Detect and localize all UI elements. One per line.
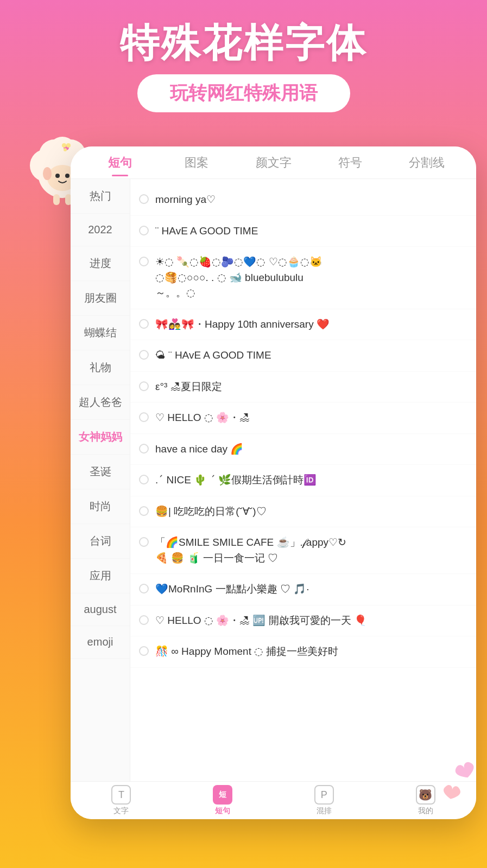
radio-dot xyxy=(139,381,149,391)
radio-dot xyxy=(139,319,149,329)
tab-bar: 短句 图案 颜文字 符号 分割线 xyxy=(71,146,476,179)
radio-dot xyxy=(139,257,149,266)
sidebar-item-台词[interactable]: 台词 xyxy=(71,524,130,559)
list-item[interactable]: ☀◌ 🍡◌🍓◌🫐◌💙◌ ♡◌🧁◌🐱◌🥞◌○○○. . ◌ 🐋 bluebulub… xyxy=(130,247,476,309)
list-text: ε°³ 🏖夏日限定 xyxy=(155,379,467,395)
tab-分割线[interactable]: 分割线 xyxy=(389,149,465,176)
radio-dot xyxy=(139,615,149,625)
list-item[interactable]: .ˊ NICE 🌵 ˊ 🌿假期生活倒計時🆔 xyxy=(130,465,476,496)
tab-短句[interactable]: 短句 xyxy=(81,149,158,176)
nav-icon-混排: P xyxy=(314,785,334,805)
nav-icon-我的: 🐻 xyxy=(416,785,435,805)
radio-dot xyxy=(139,350,149,360)
sidebar-item-朋友圈[interactable]: 朋友圈 xyxy=(71,281,130,316)
sidebar-item-2022[interactable]: 2022 xyxy=(71,214,130,246)
list-text: 🌤 ¨ HAvE A GOOD TIME xyxy=(155,348,467,363)
phone-container: 短句 图案 颜文字 符号 分割线 热门 2022 进度 朋友圈 蝴蝶结 礼物 超… xyxy=(71,146,476,819)
list-item[interactable]: 「🌈SMILE SMILE CAFE ☕」.𝒻appy♡↻🍕 🍔 🧃 一日一食一… xyxy=(130,527,476,574)
list-text: 「🌈SMILE SMILE CAFE ☕」.𝒻appy♡↻🍕 🍔 🧃 一日一食一… xyxy=(155,535,467,566)
nav-item-混排[interactable]: P 混排 xyxy=(314,785,334,816)
sidebar-item-蝴蝶结[interactable]: 蝴蝶结 xyxy=(71,316,130,350)
sidebar-item-热门[interactable]: 热门 xyxy=(71,179,130,214)
list-item[interactable]: ε°³ 🏖夏日限定 xyxy=(130,372,476,403)
deco-hearts xyxy=(438,757,482,814)
nav-label-我的: 我的 xyxy=(418,806,433,816)
phone-bottom-nav: T 文字 短 短句 P 混排 🐻 我的 xyxy=(71,781,476,819)
sidebar-item-超人爸爸[interactable]: 超人爸爸 xyxy=(71,385,130,420)
tab-符号[interactable]: 符号 xyxy=(312,149,388,176)
list-text: 💙MoRnInG 一點點小樂趣 ♡ 🎵· xyxy=(155,582,467,597)
sidebar-item-礼物[interactable]: 礼物 xyxy=(71,350,130,385)
content-area: 热门 2022 进度 朋友圈 蝴蝶结 礼物 超人爸爸 女神妈妈 圣诞 时尚 台词… xyxy=(71,179,476,781)
svg-point-14 xyxy=(64,148,67,151)
list-text: ♡ HELLO ◌ 🌸・🏖 xyxy=(155,410,467,426)
list-text: ¨ HAvE A GOOD TIME xyxy=(155,224,467,239)
nav-label-文字: 文字 xyxy=(113,806,129,816)
header-subtitle: 玩转网红特殊用语 xyxy=(170,82,318,103)
svg-point-12 xyxy=(62,143,66,148)
sidebar-item-emoji[interactable]: emoji xyxy=(71,626,130,659)
nav-icon-文字: T xyxy=(111,785,131,805)
list-item[interactable]: 🎊 ∞ Happy Moment ◌ 捕捉一些美好时 xyxy=(130,636,476,668)
radio-dot xyxy=(139,646,149,656)
main-list: morning ya♡ ¨ HAvE A GOOD TIME ☀◌ 🍡◌🍓◌🫐◌… xyxy=(130,179,476,781)
nav-item-我的[interactable]: 🐻 我的 xyxy=(416,785,435,816)
list-text: 🎀👩‍❤️‍👨🎀・Happy 10th anniversary ❤️ xyxy=(155,317,467,333)
header-subtitle-pill: 玩转网红特殊用语 xyxy=(137,74,350,112)
sidebar-item-进度[interactable]: 进度 xyxy=(71,246,130,281)
list-item[interactable]: ♡ HELLO ◌ 🌸・🏖 xyxy=(130,403,476,434)
list-text-have-a-nice-day: have a nice day 🌈 xyxy=(155,442,467,457)
list-text: ♡ HELLO ◌ 🌸・🏖 🆙 開啟我可愛的一天 🎈 xyxy=(155,613,467,629)
nav-icon-短句: 短 xyxy=(213,785,232,805)
radio-dot xyxy=(139,412,149,422)
header: 特殊花样字体 玩转网红特殊用语 xyxy=(0,0,487,123)
list-item[interactable]: 🌤 ¨ HAvE A GOOD TIME xyxy=(130,340,476,372)
sidebar-item-时尚[interactable]: 时尚 xyxy=(71,489,130,524)
radio-dot xyxy=(139,226,149,235)
radio-dot xyxy=(139,444,149,454)
list-text: ☀◌ 🍡◌🍓◌🫐◌💙◌ ♡◌🧁◌🐱◌🥞◌○○○. . ◌ 🐋 bluebulub… xyxy=(155,254,467,301)
list-text: morning ya♡ xyxy=(155,192,467,208)
radio-dot xyxy=(139,584,149,593)
svg-point-8 xyxy=(65,174,69,178)
list-text: 🎊 ∞ Happy Moment ◌ 捕捉一些美好时 xyxy=(155,644,467,660)
nav-label-混排: 混排 xyxy=(317,806,332,816)
nav-item-短句[interactable]: 短 短句 xyxy=(213,785,232,816)
list-item[interactable]: 🍔| 吃吃吃的日常(˘∀˘)♡ xyxy=(130,496,476,528)
nav-label-短句: 短句 xyxy=(215,806,230,816)
sidebar-item-女神妈妈[interactable]: 女神妈妈 xyxy=(71,420,130,455)
svg-point-13 xyxy=(66,143,71,148)
radio-dot xyxy=(139,475,149,484)
sidebar: 热门 2022 进度 朋友圈 蝴蝶结 礼物 超人爸爸 女神妈妈 圣诞 时尚 台词… xyxy=(71,179,130,781)
sidebar-item-august[interactable]: august xyxy=(71,593,130,626)
list-item[interactable]: 💙MoRnInG 一點點小樂趣 ♡ 🎵· xyxy=(130,574,476,605)
list-item[interactable]: 🎀👩‍❤️‍👨🎀・Happy 10th anniversary ❤️ xyxy=(130,309,476,341)
list-item-have-a-nice-day[interactable]: have a nice day 🌈 xyxy=(130,434,476,465)
sidebar-item-圣诞[interactable]: 圣诞 xyxy=(71,455,130,489)
header-title: 特殊花样字体 xyxy=(11,22,476,65)
tab-颜文字[interactable]: 颜文字 xyxy=(235,149,312,176)
list-text: .ˊ NICE 🌵 ˊ 🌿假期生活倒計時🆔 xyxy=(155,473,467,488)
radio-dot xyxy=(139,506,149,516)
svg-point-7 xyxy=(55,174,60,178)
svg-point-9 xyxy=(43,167,52,180)
tab-图案[interactable]: 图案 xyxy=(158,149,235,176)
list-text: 🍔| 吃吃吃的日常(˘∀˘)♡ xyxy=(155,504,467,520)
list-item[interactable]: ¨ HAvE A GOOD TIME xyxy=(130,216,476,247)
list-item[interactable]: morning ya♡ xyxy=(130,184,476,216)
radio-dot xyxy=(139,194,149,204)
svg-rect-15 xyxy=(53,194,60,205)
radio-dot xyxy=(139,537,149,547)
list-item[interactable]: ♡ HELLO ◌ 🌸・🏖 🆙 開啟我可愛的一天 🎈 xyxy=(130,605,476,637)
nav-item-文字[interactable]: T 文字 xyxy=(111,785,131,816)
sidebar-item-应用[interactable]: 应用 xyxy=(71,559,130,593)
